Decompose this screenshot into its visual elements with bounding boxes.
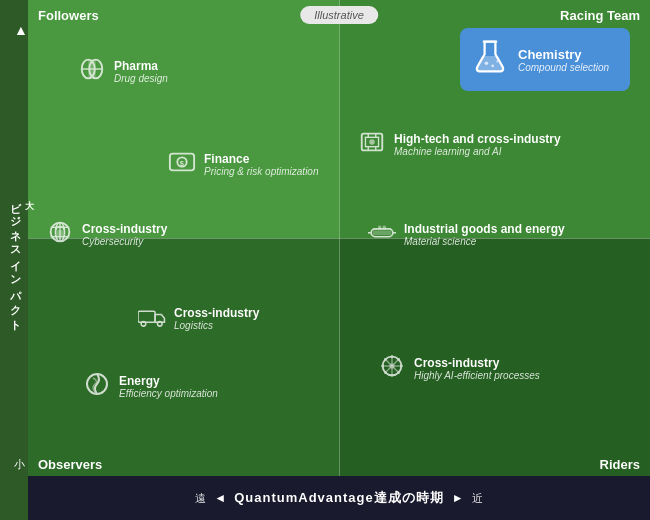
chemistry-title: Chemistry xyxy=(518,47,609,62)
hightech-icon xyxy=(358,128,386,162)
crossindustry-cyber-item: Cross-industry Cybersecurity xyxy=(46,218,167,252)
illustrative-badge: Illustrative xyxy=(300,6,378,24)
corner-followers: Followers xyxy=(38,8,99,23)
svg-point-32 xyxy=(157,321,162,326)
corner-racing-team: Racing Team xyxy=(560,8,640,23)
finance-text: Finance Pricing & risk optimization xyxy=(204,152,318,178)
chemistry-card[interactable]: Chemistry Compound selection xyxy=(460,28,630,91)
svg-point-44 xyxy=(384,358,387,361)
svg-rect-30 xyxy=(138,311,155,322)
industrial-subtitle: Material science xyxy=(404,236,565,248)
svg-point-1 xyxy=(491,65,494,68)
logistics-icon xyxy=(138,302,166,336)
hightech-text: High-tech and cross-industry Machine lea… xyxy=(394,132,561,158)
x-axis-content: 遠 ◄ QuantumAdvantage達成の時期 ► 近 xyxy=(195,489,482,507)
svg-point-42 xyxy=(381,365,384,368)
svg-rect-29 xyxy=(383,226,386,230)
energy-text: Energy Efficiency optimization xyxy=(119,374,218,400)
x-axis-arrow-right: ► xyxy=(452,491,464,505)
svg-point-46 xyxy=(397,358,400,361)
logistics-title: Cross-industry xyxy=(174,306,259,320)
svg-point-41 xyxy=(391,374,394,377)
pharma-item: Pharma Drug design xyxy=(78,55,168,89)
svg-rect-25 xyxy=(373,230,392,235)
pharma-title: Pharma xyxy=(114,59,168,73)
quadrant-bottom-left xyxy=(28,238,339,476)
crossindustry-cyber-icon xyxy=(46,218,74,252)
svg-point-0 xyxy=(485,61,489,65)
grid-area: Illustrative Followers Racing Team Obser… xyxy=(28,0,650,476)
crossindustry-cyber-subtitle: Cybersecurity xyxy=(82,236,167,248)
x-axis-right-label: 近 xyxy=(472,491,483,506)
crossindustry-ai-item: Cross-industry Highly AI-efficient proce… xyxy=(378,352,540,386)
industrial-icon xyxy=(368,218,396,252)
crossindustry-ai-title: Cross-industry xyxy=(414,356,540,370)
energy-title: Energy xyxy=(119,374,218,388)
svg-rect-28 xyxy=(378,226,381,230)
logistics-subtitle: Logistics xyxy=(174,320,259,332)
vertical-divider xyxy=(339,0,340,476)
energy-subtitle: Efficiency optimization xyxy=(119,388,218,400)
crossindustry-cyber-title: Cross-industry xyxy=(82,222,167,236)
hightech-title: High-tech and cross-industry xyxy=(394,132,561,146)
quadrant-top-left xyxy=(28,0,339,238)
x-axis-bar: 遠 ◄ QuantumAdvantage達成の時期 ► 近 xyxy=(28,476,650,520)
hightech-subtitle: Machine learning and AI xyxy=(394,146,561,158)
svg-point-47 xyxy=(384,371,387,374)
pharma-subtitle: Drug design xyxy=(114,73,168,85)
y-axis-arrow-bottom: 小 xyxy=(14,457,25,472)
x-axis-title: QuantumAdvantage達成の時期 xyxy=(234,489,444,507)
corner-riders: Riders xyxy=(600,457,640,472)
svg-point-2 xyxy=(496,61,498,63)
svg-point-45 xyxy=(397,371,400,374)
crossindustry-ai-icon xyxy=(378,352,406,386)
finance-icon: $ xyxy=(168,148,196,182)
svg-rect-16 xyxy=(55,230,64,237)
industrial-title: Industrial goods and energy xyxy=(404,222,565,236)
energy-item: Energy Efficiency optimization xyxy=(83,370,218,404)
y-axis-label: 大 ビジネスインパクト xyxy=(8,194,36,327)
finance-subtitle: Pricing & risk optimization xyxy=(204,166,318,178)
energy-icon xyxy=(83,370,111,404)
hightech-item: High-tech and cross-industry Machine lea… xyxy=(358,128,561,162)
chart-container: ▲ 大 ビジネスインパクト 小 Illustrative Followers R… xyxy=(0,0,650,520)
logistics-text: Cross-industry Logistics xyxy=(174,306,259,332)
chemistry-subtitle: Compound selection xyxy=(518,62,609,73)
chemistry-text: Chemistry Compound selection xyxy=(518,47,609,73)
corner-observers: Observers xyxy=(38,457,102,472)
finance-title: Finance xyxy=(204,152,318,166)
crossindustry-cyber-text: Cross-industry Cybersecurity xyxy=(82,222,167,248)
svg-point-40 xyxy=(391,355,394,358)
svg-point-31 xyxy=(141,321,146,326)
svg-point-23 xyxy=(369,139,375,145)
x-axis-arrow-left: ◄ xyxy=(214,491,226,505)
crossindustry-ai-text: Cross-industry Highly AI-efficient proce… xyxy=(414,356,540,382)
finance-item: $ Finance Pricing & risk optimization xyxy=(168,148,318,182)
industrial-item: Industrial goods and energy Material sci… xyxy=(368,218,565,252)
chemistry-icon xyxy=(472,38,508,81)
industrial-text: Industrial goods and energy Material sci… xyxy=(404,222,565,248)
pharma-icon xyxy=(78,55,106,89)
x-axis-left-label: 遠 xyxy=(195,491,206,506)
y-axis-arrow-top: ▲ xyxy=(14,22,28,38)
svg-point-43 xyxy=(400,365,403,368)
svg-point-39 xyxy=(389,363,395,369)
pharma-text: Pharma Drug design xyxy=(114,59,168,85)
logistics-item: Cross-industry Logistics xyxy=(138,302,259,336)
crossindustry-ai-subtitle: Highly AI-efficient processes xyxy=(414,370,540,382)
